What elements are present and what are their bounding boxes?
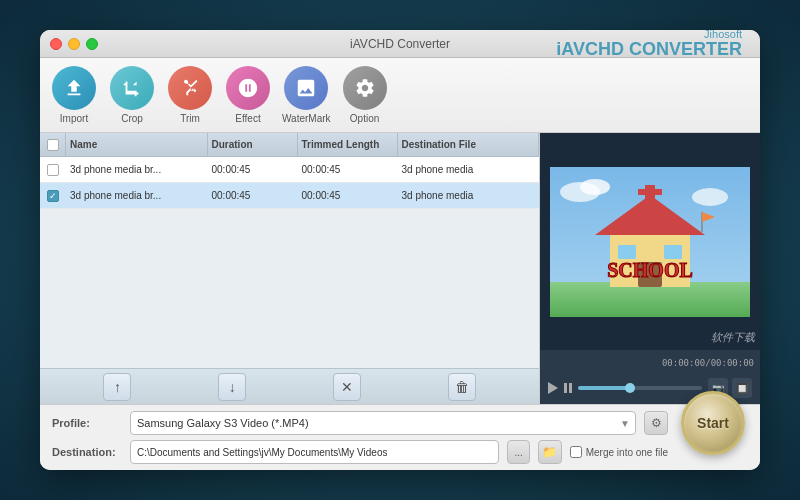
effect-icon [226, 66, 270, 110]
file-table-toolbar: ↑ ↓ ✕ 🗑 [40, 368, 539, 404]
merge-label: Merge into one file [586, 447, 668, 458]
profile-label: Profile: [52, 417, 122, 429]
effect-label: Effect [235, 113, 260, 124]
checked-icon: ✓ [47, 190, 59, 202]
profile-settings-button[interactable]: ⚙ [644, 411, 668, 435]
main-area: Name Duration Trimmed Length Destination… [40, 133, 760, 404]
row-name-2: 3d phone media br... [66, 190, 208, 201]
destination-input[interactable]: C:\Documents and Settings\jv\My Document… [130, 440, 499, 464]
row-duration-2: 00:00:45 [208, 190, 298, 201]
destination-label: Destination: [52, 446, 122, 458]
row-trimmed-1: 00:00:45 [298, 164, 398, 175]
svg-point-14 [692, 188, 728, 206]
branding: Jihosoft iAVCHD CONVERTER [556, 30, 750, 59]
row-trimmed-2: 00:00:45 [298, 190, 398, 201]
crop-label: Crop [121, 113, 143, 124]
svg-text:SCHOOL: SCHOOL [607, 259, 693, 281]
table-header: Name Duration Trimmed Length Destination… [40, 133, 539, 157]
merge-checkbox[interactable] [570, 446, 582, 458]
watermark-icon [284, 66, 328, 110]
checkbox-icon [47, 139, 59, 151]
preview-time: 00:00:00/00:00:00 [662, 358, 754, 368]
delete-button[interactable]: 🗑 [448, 373, 476, 401]
file-panel: Name Duration Trimmed Length Destination… [40, 133, 540, 404]
traffic-lights [50, 38, 98, 50]
progress-thumb [625, 383, 635, 393]
unchecked-icon [47, 164, 59, 176]
clip-button[interactable]: 🔲 [732, 378, 752, 398]
watermark-button[interactable]: WaterMark [282, 66, 331, 124]
bottom-section: Profile: Samsung Galaxy S3 Video (*.MP4)… [40, 404, 760, 470]
table-row[interactable]: ✓ 3d phone media br... 00:00:45 00:00:45… [40, 183, 539, 209]
svg-rect-6 [664, 245, 682, 259]
crop-icon [110, 66, 154, 110]
table-row[interactable]: 3d phone media br... 00:00:45 00:00:45 3… [40, 157, 539, 183]
play-button[interactable] [548, 382, 558, 394]
browse-button[interactable]: ... [507, 440, 529, 464]
profile-select[interactable]: Samsung Galaxy S3 Video (*.MP4) [130, 411, 636, 435]
trim-button[interactable]: Trim [166, 66, 214, 124]
file-rows: 3d phone media br... 00:00:45 00:00:45 3… [40, 157, 539, 209]
header-checkbox[interactable] [40, 133, 66, 156]
move-up-button[interactable]: ↑ [103, 373, 131, 401]
open-folder-button[interactable]: 📁 [538, 440, 562, 464]
header-trimmed: Trimmed Length [298, 133, 398, 156]
header-name: Name [66, 133, 208, 156]
move-down-button[interactable]: ↓ [218, 373, 246, 401]
watermark-text: 软件下载 [711, 330, 755, 345]
watermark-label: WaterMark [282, 113, 331, 124]
trim-icon [168, 66, 212, 110]
school-scene-svg: SCHOOL [550, 167, 750, 317]
start-button[interactable]: Start [681, 391, 745, 455]
file-table: Name Duration Trimmed Length Destination… [40, 133, 539, 368]
header-destination: Destination File [398, 133, 540, 156]
option-label: Option [350, 113, 379, 124]
row-dest-1: 3d phone media [398, 164, 540, 175]
option-icon [343, 66, 387, 110]
preview-panel: SCHOOL 软件下载 00:00:00/00:00:00 [540, 133, 760, 404]
import-label: Import [60, 113, 88, 124]
preview-image: SCHOOL [540, 133, 760, 350]
progress-bar[interactable] [578, 386, 702, 390]
row-duration-1: 00:00:45 [208, 164, 298, 175]
merge-check-wrapper: Merge into one file [570, 446, 668, 458]
crop-button[interactable]: Crop [108, 66, 156, 124]
close-button[interactable] [50, 38, 62, 50]
header-duration: Duration [208, 133, 298, 156]
destination-row: Destination: C:\Documents and Settings\j… [52, 440, 668, 464]
brand-app: iAVCHD CONVERTER [556, 40, 742, 60]
main-window: iAVCHD Converter Jihosoft iAVCHD CONVERT… [40, 30, 760, 470]
import-icon [52, 66, 96, 110]
option-button[interactable]: Option [341, 66, 389, 124]
trim-label: Trim [180, 113, 200, 124]
row-dest-2: 3d phone media [398, 190, 540, 201]
row-checkbox-1[interactable] [40, 157, 66, 182]
row-checkbox-2[interactable]: ✓ [40, 183, 66, 208]
svg-point-13 [580, 179, 610, 195]
effect-button[interactable]: Effect [224, 66, 272, 124]
window-title: iAVCHD Converter [350, 37, 450, 51]
progress-fill [578, 386, 628, 390]
svg-rect-8 [638, 189, 662, 195]
titlebar: iAVCHD Converter Jihosoft iAVCHD CONVERT… [40, 30, 760, 58]
remove-button[interactable]: ✕ [333, 373, 361, 401]
minimize-button[interactable] [68, 38, 80, 50]
preview-video: SCHOOL 软件下载 [540, 133, 760, 350]
bottom-content: Profile: Samsung Galaxy S3 Video (*.MP4)… [52, 411, 748, 464]
import-button[interactable]: Import [50, 66, 98, 124]
profile-select-wrapper: Samsung Galaxy S3 Video (*.MP4) ▼ [130, 411, 636, 435]
row-name-1: 3d phone media br... [66, 164, 208, 175]
svg-rect-1 [550, 282, 750, 317]
svg-rect-5 [618, 245, 636, 259]
pause-button[interactable] [564, 383, 572, 393]
maximize-button[interactable] [86, 38, 98, 50]
toolbar: Import Crop Trim Effect WaterMark [40, 58, 760, 133]
profile-row: Profile: Samsung Galaxy S3 Video (*.MP4)… [52, 411, 668, 435]
